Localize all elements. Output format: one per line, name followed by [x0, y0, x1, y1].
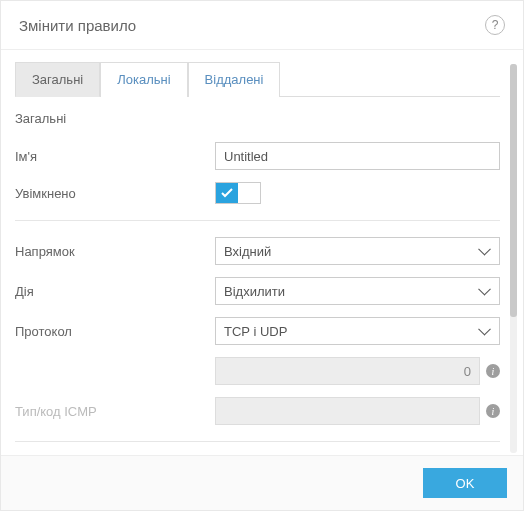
divider	[15, 220, 500, 221]
dialog-title: Змінити правило	[19, 17, 136, 34]
scrollbar-thumb[interactable]	[510, 64, 517, 317]
content-area: Загальні Локальні Віддалені Загальні Ім'…	[1, 50, 523, 455]
row-action: Дія Відхилити	[15, 271, 500, 311]
divider	[15, 441, 500, 442]
row-enabled: Увімкнено	[15, 176, 500, 210]
row-direction: Напрямок Вхідний	[15, 231, 500, 271]
port-input	[215, 357, 480, 385]
tab-general[interactable]: Загальні	[15, 62, 100, 97]
name-input[interactable]	[215, 142, 500, 170]
protocol-value: TCP і UDP	[224, 324, 287, 339]
protocol-select[interactable]: TCP і UDP	[215, 317, 500, 345]
row-port: i	[15, 351, 500, 391]
label-icmp: Тип/код ICMP	[15, 404, 215, 419]
ok-button[interactable]: OK	[423, 468, 507, 498]
edit-rule-dialog: Змінити правило ? Загальні Локальні Відд…	[0, 0, 524, 511]
enabled-toggle[interactable]	[215, 182, 261, 204]
action-value: Відхилити	[224, 284, 285, 299]
row-protocol: Протокол TCP і UDP	[15, 311, 500, 351]
dialog-footer: OK	[1, 455, 523, 510]
info-icon[interactable]: i	[486, 404, 500, 418]
tab-strip: Загальні Локальні Віддалені	[15, 62, 500, 97]
check-icon	[216, 183, 238, 203]
titlebar: Змінити правило ?	[1, 1, 523, 50]
label-action: Дія	[15, 284, 215, 299]
help-icon[interactable]: ?	[485, 15, 505, 35]
vertical-scrollbar[interactable]	[510, 64, 517, 453]
label-name: Ім'я	[15, 149, 215, 164]
direction-value: Вхідний	[224, 244, 271, 259]
row-icmp: Тип/код ICMP i	[15, 391, 500, 431]
row-name: Ім'я	[15, 136, 500, 176]
scroll-area: Загальні Локальні Віддалені Загальні Ім'…	[15, 62, 508, 455]
icmp-input	[215, 397, 480, 425]
info-icon[interactable]: i	[486, 364, 500, 378]
tab-local[interactable]: Локальні	[100, 62, 187, 97]
action-select[interactable]: Відхилити	[215, 277, 500, 305]
direction-select[interactable]: Вхідний	[215, 237, 500, 265]
section-title: Загальні	[15, 111, 500, 126]
label-enabled: Увімкнено	[15, 186, 215, 201]
label-direction: Напрямок	[15, 244, 215, 259]
tab-remote[interactable]: Віддалені	[188, 62, 281, 97]
label-protocol: Протокол	[15, 324, 215, 339]
